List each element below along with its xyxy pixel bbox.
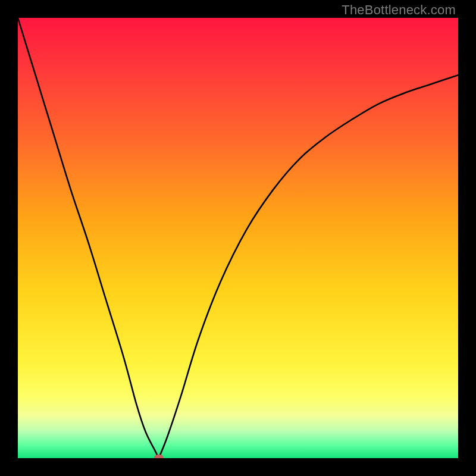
minimum-marker bbox=[154, 455, 164, 458]
curve-path bbox=[18, 18, 458, 458]
bottleneck-curve bbox=[18, 18, 458, 458]
attribution-watermark: TheBottleneck.com bbox=[342, 2, 456, 18]
chart-frame: TheBottleneck.com bbox=[0, 0, 476, 476]
plot-area bbox=[18, 18, 458, 458]
